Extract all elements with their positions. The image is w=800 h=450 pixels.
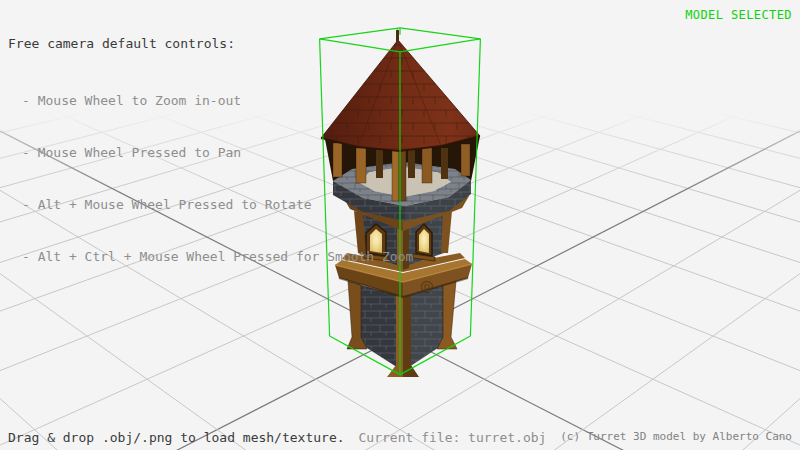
current-file: Current file: turret.obj	[359, 430, 547, 445]
help-title: Free camera default controls:	[8, 36, 413, 51]
footer-bar: Drag & drop .obj/.png to load mesh/textu…	[8, 430, 546, 445]
help-item: - Alt + Mouse Wheel Pressed to Rotate	[22, 194, 413, 216]
help-item: - Mouse Wheel Pressed to Pan	[22, 142, 413, 164]
roof-post	[422, 147, 432, 183]
viewport-3d[interactable]: Free camera default controls: - Mouse Wh…	[0, 0, 800, 450]
help-item: - Alt + Ctrl + Mouse Wheel Pressed for S…	[22, 246, 413, 268]
roof-post	[461, 144, 470, 176]
model-viewer-window: { "help": { "title": "Free camera defaul…	[0, 0, 800, 450]
credit: (c) Turret 3D model by Alberto Cano	[560, 430, 792, 443]
drop-hint: Drag & drop .obj/.png to load mesh/textu…	[8, 430, 345, 445]
help-overlay: Free camera default controls: - Mouse Wh…	[8, 6, 413, 298]
help-item: - Mouse Wheel to Zoom in-out	[22, 90, 413, 112]
status-model-selected: MODEL SELECTED	[685, 8, 792, 22]
